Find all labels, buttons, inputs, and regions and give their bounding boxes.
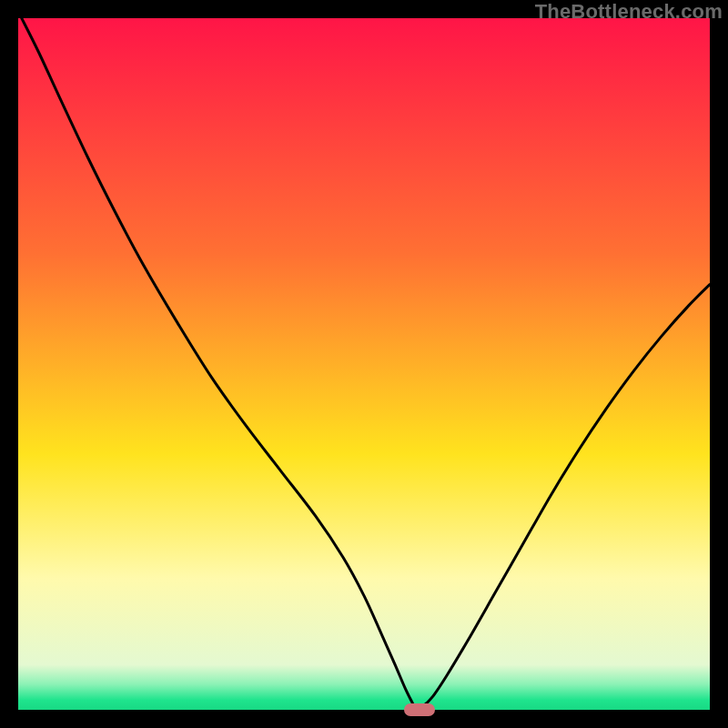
watermark-text: TheBottleneck.com bbox=[535, 0, 723, 24]
chart-frame: TheBottleneck.com bbox=[0, 0, 728, 728]
bottleneck-curve bbox=[18, 18, 710, 710]
plot-area bbox=[18, 18, 710, 710]
optimal-marker bbox=[404, 703, 435, 716]
